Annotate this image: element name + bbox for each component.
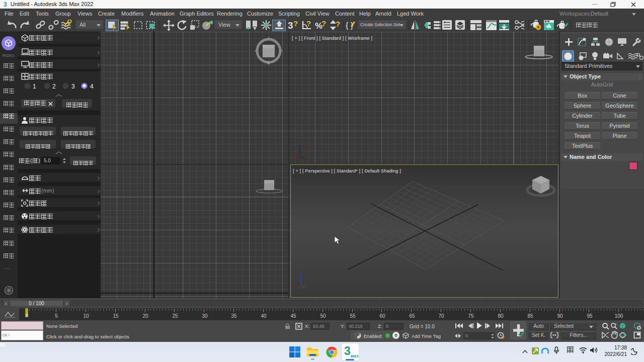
svg-text:MAX: MAX bbox=[351, 354, 359, 358]
svg-text:?: ? bbox=[306, 20, 311, 28]
svg-text:3: 3 bbox=[4, 1, 7, 8]
svg-text:?: ? bbox=[293, 20, 298, 28]
svg-text:3: 3 bbox=[344, 345, 351, 357]
svg-text:S: S bbox=[267, 60, 270, 65]
svg-text:?: ? bbox=[336, 20, 340, 28]
svg-text:3: 3 bbox=[288, 20, 293, 31]
svg-text:?: ? bbox=[321, 20, 326, 28]
